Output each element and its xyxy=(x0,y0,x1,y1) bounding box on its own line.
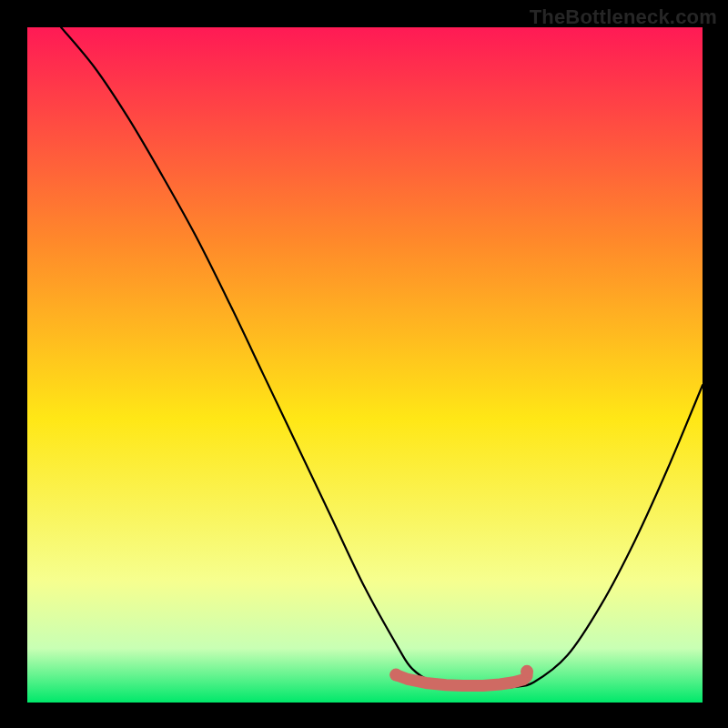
watermark-text: TheBottleneck.com xyxy=(530,5,717,29)
marker-dot xyxy=(389,669,402,682)
chart-svg xyxy=(27,27,703,703)
marker-dot xyxy=(521,665,533,678)
chart-stage: TheBottleneck.com xyxy=(0,0,728,728)
chart-plot xyxy=(27,27,703,703)
gradient-background xyxy=(27,27,703,703)
